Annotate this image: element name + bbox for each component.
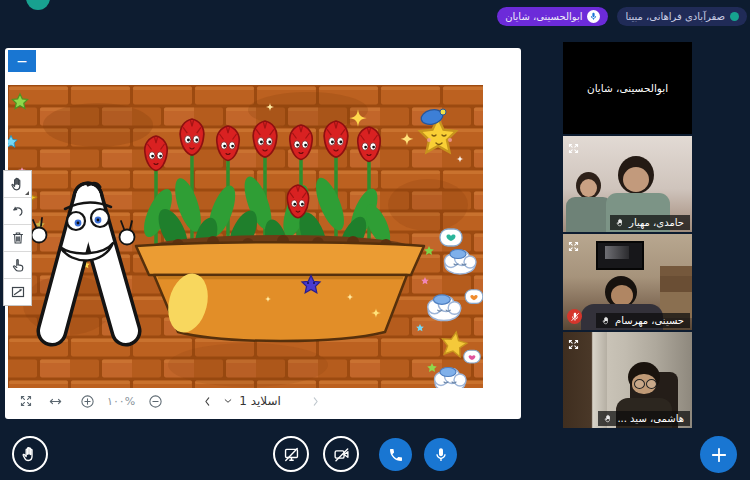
screen-share-off-button[interactable] — [273, 436, 309, 472]
raise-hand-button[interactable] — [12, 436, 48, 472]
pan-hand-icon — [10, 176, 26, 192]
screen-share-off-icon — [283, 446, 300, 463]
zoom-level: ۱۰۰% — [107, 395, 135, 408]
tool-flyout-indicator — [25, 191, 29, 195]
expand-tile-icon[interactable] — [567, 140, 580, 159]
participant-name: هاشمی، سید ... — [617, 413, 684, 424]
camera-off-button[interactable] — [323, 436, 359, 472]
raised-hand-icon — [604, 414, 613, 423]
video-tile-1[interactable]: ابوالحسینی، شایان — [563, 42, 692, 134]
mic-blocked-indicator — [567, 309, 582, 324]
pointer-tool-button[interactable] — [4, 252, 31, 279]
prev-slide-icon — [201, 395, 214, 408]
slide-illustration — [8, 85, 483, 388]
microphone-button[interactable] — [424, 438, 457, 471]
next-slide-button[interactable] — [309, 395, 322, 408]
pan-tool-button[interactable] — [4, 171, 31, 198]
previous-slide-button[interactable] — [201, 395, 214, 408]
participant-name-chip: حسینی، مهرسام — [596, 313, 690, 328]
video-tile-4[interactable]: هاشمی، سید ... — [563, 332, 692, 428]
presence-dot-icon — [730, 12, 739, 21]
microphone-icon — [587, 10, 600, 23]
participant-name-chip: هاشمی، سید ... — [598, 411, 690, 426]
raised-hand-icon — [602, 316, 611, 325]
slide-list-dropdown[interactable] — [223, 396, 233, 406]
chevron-down-icon — [223, 396, 233, 406]
plus-icon — [710, 446, 728, 464]
zoom-out-button[interactable] — [148, 394, 163, 409]
participant-name-chip: حامدی، مهیار — [610, 215, 690, 230]
flower-pot — [136, 235, 424, 341]
active-speaker-name: ابوالحسینی، شایان — [505, 11, 582, 22]
pointer-hand-icon — [10, 257, 26, 273]
phone-button[interactable] — [379, 438, 412, 471]
phone-icon — [388, 447, 404, 463]
slide-canvas[interactable] — [8, 85, 483, 388]
raised-hand-icon — [616, 218, 625, 227]
shape-arrow-icon — [10, 284, 26, 300]
undo-icon — [10, 204, 25, 219]
presence-name: صفرآبادی فراهانی، مبینا — [625, 11, 725, 22]
expand-tile-icon[interactable] — [567, 238, 580, 257]
zoom-in-icon — [80, 394, 95, 409]
presence-badge[interactable]: صفرآبادی فراهانی، مبینا — [617, 7, 747, 26]
video-tile-2[interactable]: حامدی، مهیار — [563, 136, 692, 232]
raise-hand-icon — [21, 445, 39, 463]
delete-button[interactable] — [4, 225, 31, 252]
add-button[interactable] — [700, 436, 737, 473]
fullscreen-icon — [19, 394, 33, 408]
zoom-in-button[interactable] — [80, 394, 95, 409]
whiteboard-toolbar — [3, 170, 32, 306]
active-speaker-badge[interactable]: ابوالحسینی، شایان — [497, 7, 608, 26]
trash-icon — [10, 230, 26, 246]
microphone-icon — [433, 447, 449, 463]
next-slide-icon — [309, 395, 322, 408]
participant-name: حامدی، مهیار — [629, 217, 684, 228]
fit-width-button[interactable] — [48, 394, 63, 409]
collapse-panel-button[interactable]: − — [8, 50, 36, 72]
fullscreen-button[interactable] — [19, 394, 33, 408]
expand-tile-icon[interactable] — [567, 336, 580, 355]
zoom-out-icon — [148, 394, 163, 409]
undo-button[interactable] — [4, 198, 31, 225]
shape-tool-button[interactable] — [4, 279, 31, 305]
video-sidebar: ابوالحسینی، شایان حامدی، مهیار — [563, 42, 692, 428]
camera-off-icon — [333, 446, 350, 463]
video-tile-3[interactable]: حسینی، مهرسام — [563, 234, 692, 330]
participant-name: حسینی، مهرسام — [615, 315, 684, 326]
header-badges: ابوالحسینی، شایان صفرآبادی فراهانی، مبین… — [497, 7, 747, 26]
brand-logo-icon — [26, 0, 50, 10]
slide-footer-toolbar: ۱۰۰% اسلاید 1 — [5, 388, 521, 414]
fit-width-icon — [48, 394, 63, 409]
slide-label: اسلاید 1 — [239, 394, 281, 408]
share-panel: − — [5, 48, 521, 419]
participant-name: ابوالحسینی، شایان — [563, 42, 692, 134]
